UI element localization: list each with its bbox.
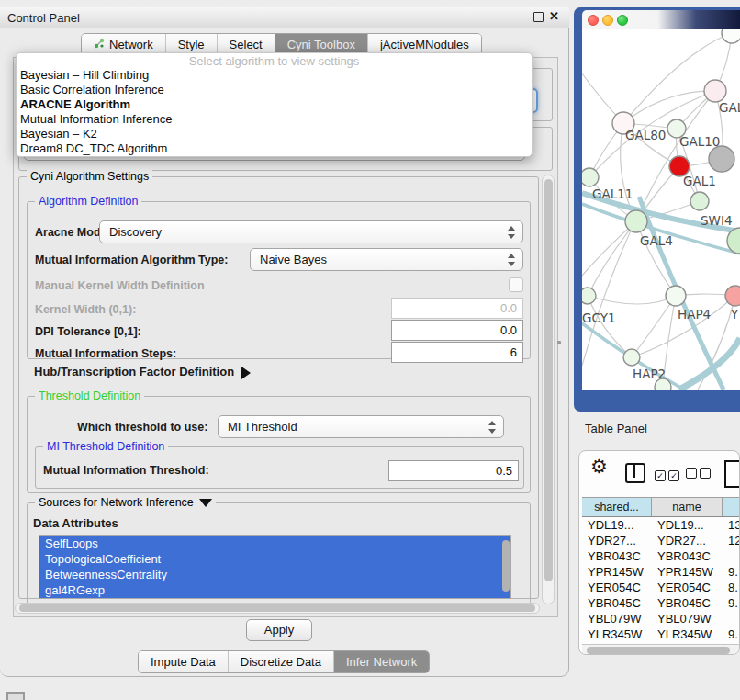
popup-algorithm-item[interactable]: Dream8 DC_TDC Algorithm (17, 141, 532, 156)
network-node[interactable] (722, 29, 740, 43)
panel-resize-grip[interactable] (557, 341, 561, 344)
table-row[interactable]: YPR145WYPR145W9. (582, 564, 740, 580)
aracne-mode-combo[interactable]: Discovery (99, 220, 523, 243)
kernel-width-field[interactable]: 0.0 (391, 298, 523, 319)
attribute-list-item[interactable]: TopologicalCoefficient (39, 551, 510, 567)
apply-button[interactable]: Apply (246, 619, 312, 641)
algorithm-definition-group: Algorithm Definition Aracne Mode: Discov… (27, 201, 531, 359)
table-row[interactable]: YER054CYER054C8. (582, 580, 740, 595)
mi-steps-label: Mutual Information Steps: (35, 347, 176, 360)
settings-horizontal-scrollbar[interactable] (15, 603, 540, 614)
node-label: HAP4 (678, 307, 711, 322)
network-edge[interactable] (623, 33, 732, 123)
minimize-traffic-light[interactable] (602, 15, 613, 26)
settings-vscroll-thumb[interactable] (544, 179, 553, 581)
table-row[interactable]: YDL19...YDL19...13 (582, 517, 740, 533)
table-cell: YPR145W (582, 564, 652, 580)
tab-impute-data[interactable]: Impute Data (139, 651, 229, 672)
table-horizontal-scrollbar[interactable] (582, 644, 740, 655)
cyni-algorithm-settings-group: Cyni Algorithm Settings Algorithm Defini… (18, 176, 539, 599)
data-attributes-label: Data Attributes (33, 516, 118, 530)
column-header-cut[interactable] (723, 498, 740, 516)
dock-panel-icon[interactable] (6, 692, 25, 700)
attribute-list-item[interactable]: BetweennessCentrality (39, 567, 510, 582)
table-cell: YBL079W (582, 611, 652, 627)
settings-vertical-scrollbar[interactable] (542, 175, 555, 604)
network-node[interactable] (623, 349, 640, 366)
popup-algorithm-item[interactable]: Bayesian – K2 (17, 127, 532, 141)
table-cell (723, 611, 740, 627)
column-header-name[interactable]: name (652, 498, 723, 516)
float-window-icon[interactable] (533, 12, 544, 22)
attribute-list-item[interactable]: gal4RGexp (39, 582, 510, 598)
popup-algorithm-item[interactable]: Basic Correlation Inference (17, 83, 532, 97)
table-cell: 9. (723, 564, 740, 580)
network-node[interactable] (690, 192, 709, 210)
select-all-checks-icon[interactable]: ✓✓ (655, 466, 682, 482)
network-node[interactable] (709, 146, 734, 172)
network-node[interactable] (582, 168, 599, 186)
window-title: Control Panel (7, 11, 80, 25)
mi-threshold-field[interactable]: 0.5 (388, 460, 519, 481)
close-icon[interactable]: ✕ (549, 9, 559, 23)
group-title: MI Threshold Definition (43, 440, 168, 453)
table-cell: 12 (723, 533, 740, 548)
data-attributes-list[interactable]: SelfLoopsTopologicalCoefficientBetweenne… (39, 535, 511, 599)
table-body: YDL19...YDL19...13YDR27...YDR27...12YBR0… (582, 517, 740, 644)
column-header-shared-name[interactable]: shared... (582, 498, 652, 516)
dpi-tolerance-field[interactable]: 0.0 (391, 320, 523, 341)
gear-icon[interactable]: ⚙ (590, 456, 608, 478)
list-scrollbar-thumb[interactable] (502, 540, 510, 592)
table-cell: YDR27... (652, 533, 723, 548)
dpi-tolerance-label: DPI Tolerance [0,1]: (35, 325, 141, 338)
network-window-titlebar (582, 10, 740, 29)
collapse-down-icon (199, 499, 212, 507)
network-node[interactable] (625, 210, 647, 232)
table-hscroll-thumb[interactable] (587, 647, 730, 654)
settings-hscroll-thumb[interactable] (19, 604, 535, 612)
sources-toggle[interactable]: Sources for Network Inference (35, 496, 216, 509)
popup-algorithm-item[interactable]: Bayesian – Hill Climbing (17, 68, 532, 83)
mi-threshold-group: MI Threshold Definition Mutual Informati… (35, 446, 524, 489)
table-header-row: shared... name (582, 497, 740, 517)
network-node[interactable] (582, 288, 596, 304)
table-row[interactable]: YBL079WYBL079W (582, 611, 740, 627)
table-cell: YDL19... (652, 517, 723, 533)
group-title: Threshold Definition (35, 390, 144, 402)
table-row[interactable]: YLR345WYLR345W9. (582, 627, 740, 642)
attribute-list-item[interactable]: SelfLoops (39, 536, 510, 551)
table-panel: ⚙ ✓✓ shared... name YDL19...YDL19...13YD… (578, 450, 740, 655)
network-node[interactable] (725, 286, 740, 306)
mi-type-combo[interactable]: Naive Bayes (250, 248, 523, 271)
split-view-icon[interactable] (625, 463, 645, 483)
node-label: GAL11 (592, 186, 633, 201)
network-node[interactable] (704, 80, 726, 102)
mi-steps-field[interactable]: 6 (391, 342, 523, 363)
table-cell: YDR27... (582, 533, 652, 548)
network-edge[interactable] (588, 296, 676, 304)
table-cell: 13 (723, 517, 740, 533)
hub-definition-toggle[interactable]: Hub/Transcription Factor Definition (34, 365, 251, 379)
popup-algorithm-item[interactable]: ARACNE Algorithm (17, 97, 532, 112)
zoom-traffic-light[interactable] (617, 15, 628, 26)
popup-items: Bayesian – Hill ClimbingBasic Correlatio… (17, 68, 532, 156)
popup-algorithm-item[interactable]: Mutual Information Inference (17, 112, 532, 127)
table-row[interactable]: YBR043CYBR043C (582, 548, 740, 564)
network-edge[interactable] (588, 221, 636, 296)
table-cell: YER054C (652, 580, 723, 595)
tab-discretize-data[interactable]: Discretize Data (229, 651, 334, 672)
network-graph: GALGAL80GAL10GAL1GAL11SWI4GAL4HAP4YGCY1H… (582, 29, 740, 390)
table-row[interactable]: YBR045CYBR045C9. (582, 595, 740, 611)
network-canvas[interactable]: GALGAL80GAL10GAL1GAL11SWI4GAL4HAP4YGCY1H… (582, 29, 740, 390)
network-node[interactable] (666, 286, 686, 306)
which-threshold-label: Which threshold to use: (77, 421, 207, 434)
table-row[interactable]: YDR27...YDR27...12 (582, 533, 740, 548)
which-threshold-combo[interactable]: MI Threshold (218, 415, 504, 438)
tab-infer-network[interactable]: Infer Network (334, 651, 429, 672)
export-table-icon[interactable] (724, 460, 740, 488)
close-traffic-light[interactable] (588, 15, 599, 26)
manual-kernel-checkbox[interactable] (509, 277, 523, 292)
table-cell: YPR145W (652, 564, 723, 580)
deselect-checks-icon[interactable] (686, 466, 713, 482)
table-cell: 9. (723, 627, 740, 642)
